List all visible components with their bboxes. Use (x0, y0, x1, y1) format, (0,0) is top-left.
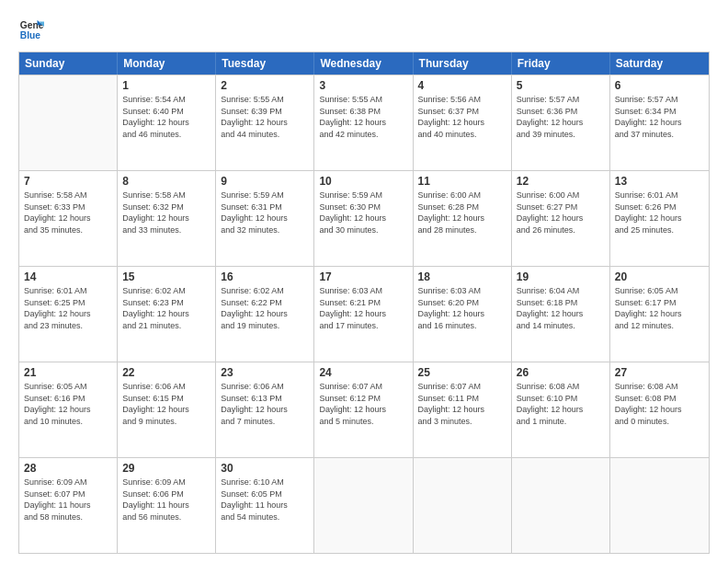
day-number: 7 (24, 175, 112, 188)
calendar-cell: 14Sunrise: 6:01 AM Sunset: 6:25 PM Dayli… (19, 267, 118, 362)
day-info: Sunrise: 5:55 AM Sunset: 6:38 PM Dayligh… (319, 94, 407, 140)
day-number: 5 (517, 79, 605, 92)
day-info: Sunrise: 6:01 AM Sunset: 6:26 PM Dayligh… (615, 190, 704, 236)
day-number: 1 (122, 79, 210, 92)
day-info: Sunrise: 5:55 AM Sunset: 6:39 PM Dayligh… (221, 94, 309, 140)
day-info: Sunrise: 6:03 AM Sunset: 6:20 PM Dayligh… (418, 285, 506, 331)
day-number: 14 (24, 270, 112, 283)
calendar-cell: 15Sunrise: 6:02 AM Sunset: 6:23 PM Dayli… (118, 267, 216, 362)
calendar: SundayMondayTuesdayWednesdayThursdayFrid… (18, 52, 710, 554)
calendar-cell: 11Sunrise: 6:00 AM Sunset: 6:28 PM Dayli… (414, 171, 512, 266)
calendar-cell: 30Sunrise: 6:10 AM Sunset: 6:05 PM Dayli… (216, 458, 314, 553)
day-info: Sunrise: 6:08 AM Sunset: 6:10 PM Dayligh… (517, 381, 605, 427)
day-number: 8 (122, 175, 210, 188)
calendar-cell: 1Sunrise: 5:54 AM Sunset: 6:40 PM Daylig… (118, 75, 216, 170)
svg-text:Blue: Blue (20, 30, 41, 40)
calendar-cell: 3Sunrise: 5:55 AM Sunset: 6:38 PM Daylig… (314, 75, 413, 170)
calendar-cell (512, 458, 610, 553)
calendar-cell: 26Sunrise: 6:08 AM Sunset: 6:10 PM Dayli… (512, 362, 610, 457)
day-number: 30 (221, 462, 309, 475)
day-number: 19 (517, 270, 605, 283)
day-number: 26 (517, 366, 605, 379)
calendar-cell: 21Sunrise: 6:05 AM Sunset: 6:16 PM Dayli… (19, 362, 118, 457)
day-number: 12 (517, 175, 605, 188)
calendar-cell (19, 75, 118, 170)
weekday-header: Thursday (414, 52, 512, 75)
day-info: Sunrise: 6:00 AM Sunset: 6:28 PM Dayligh… (418, 190, 506, 236)
weekday-header: Wednesday (314, 52, 413, 75)
calendar-cell (610, 458, 709, 553)
calendar-cell: 24Sunrise: 6:07 AM Sunset: 6:12 PM Dayli… (314, 362, 413, 457)
day-info: Sunrise: 5:57 AM Sunset: 6:34 PM Dayligh… (615, 94, 704, 140)
day-info: Sunrise: 6:09 AM Sunset: 6:06 PM Dayligh… (122, 477, 210, 523)
logo-icon: General Blue (18, 17, 44, 42)
calendar-cell: 18Sunrise: 6:03 AM Sunset: 6:20 PM Dayli… (414, 267, 512, 362)
weekday-header: Saturday (610, 52, 709, 75)
day-number: 22 (122, 366, 210, 379)
day-number: 10 (319, 175, 407, 188)
calendar-week-row: 1Sunrise: 5:54 AM Sunset: 6:40 PM Daylig… (19, 75, 709, 170)
day-number: 25 (418, 366, 506, 379)
day-number: 16 (221, 270, 309, 283)
day-number: 28 (24, 462, 112, 475)
day-info: Sunrise: 5:59 AM Sunset: 6:30 PM Dayligh… (319, 190, 407, 236)
day-info: Sunrise: 5:58 AM Sunset: 6:33 PM Dayligh… (24, 190, 112, 236)
day-number: 18 (418, 270, 506, 283)
calendar-week-row: 14Sunrise: 6:01 AM Sunset: 6:25 PM Dayli… (19, 266, 709, 362)
calendar-week-row: 21Sunrise: 6:05 AM Sunset: 6:16 PM Dayli… (19, 362, 709, 457)
day-info: Sunrise: 6:10 AM Sunset: 6:05 PM Dayligh… (221, 477, 309, 523)
calendar-cell: 13Sunrise: 6:01 AM Sunset: 6:26 PM Dayli… (610, 171, 709, 266)
day-info: Sunrise: 6:02 AM Sunset: 6:23 PM Dayligh… (122, 285, 210, 331)
calendar-cell: 8Sunrise: 5:58 AM Sunset: 6:32 PM Daylig… (118, 171, 216, 266)
calendar-cell: 27Sunrise: 6:08 AM Sunset: 6:08 PM Dayli… (610, 362, 709, 457)
calendar-cell: 10Sunrise: 5:59 AM Sunset: 6:30 PM Dayli… (314, 171, 413, 266)
day-info: Sunrise: 5:59 AM Sunset: 6:31 PM Dayligh… (221, 190, 309, 236)
day-number: 29 (122, 462, 210, 475)
day-number: 15 (122, 270, 210, 283)
calendar-cell: 19Sunrise: 6:04 AM Sunset: 6:18 PM Dayli… (512, 267, 610, 362)
day-info: Sunrise: 5:58 AM Sunset: 6:32 PM Dayligh… (122, 190, 210, 236)
calendar-cell: 25Sunrise: 6:07 AM Sunset: 6:11 PM Dayli… (414, 362, 512, 457)
calendar-cell: 2Sunrise: 5:55 AM Sunset: 6:39 PM Daylig… (216, 75, 314, 170)
day-info: Sunrise: 6:05 AM Sunset: 6:17 PM Dayligh… (615, 285, 704, 331)
calendar-cell: 7Sunrise: 5:58 AM Sunset: 6:33 PM Daylig… (19, 171, 118, 266)
calendar-cell: 28Sunrise: 6:09 AM Sunset: 6:07 PM Dayli… (19, 458, 118, 553)
day-info: Sunrise: 6:01 AM Sunset: 6:25 PM Dayligh… (24, 285, 112, 331)
day-info: Sunrise: 5:57 AM Sunset: 6:36 PM Dayligh… (517, 94, 605, 140)
weekday-header: Monday (118, 52, 216, 75)
day-info: Sunrise: 6:07 AM Sunset: 6:11 PM Dayligh… (418, 381, 506, 427)
weekday-header: Tuesday (216, 52, 314, 75)
day-number: 13 (615, 175, 704, 188)
day-info: Sunrise: 6:03 AM Sunset: 6:21 PM Dayligh… (319, 285, 407, 331)
day-info: Sunrise: 6:07 AM Sunset: 6:12 PM Dayligh… (319, 381, 407, 427)
page: General Blue SundayMondayTuesdayWednesda… (0, 0, 728, 563)
calendar-cell: 17Sunrise: 6:03 AM Sunset: 6:21 PM Dayli… (314, 267, 413, 362)
calendar-cell: 23Sunrise: 6:06 AM Sunset: 6:13 PM Dayli… (216, 362, 314, 457)
day-info: Sunrise: 6:08 AM Sunset: 6:08 PM Dayligh… (615, 381, 704, 427)
day-info: Sunrise: 6:00 AM Sunset: 6:27 PM Dayligh… (517, 190, 605, 236)
calendar-cell (414, 458, 512, 553)
day-info: Sunrise: 6:04 AM Sunset: 6:18 PM Dayligh… (517, 285, 605, 331)
weekday-header: Sunday (19, 52, 118, 75)
calendar-cell: 5Sunrise: 5:57 AM Sunset: 6:36 PM Daylig… (512, 75, 610, 170)
day-number: 17 (319, 270, 407, 283)
calendar-cell: 22Sunrise: 6:06 AM Sunset: 6:15 PM Dayli… (118, 362, 216, 457)
header: General Blue (18, 17, 710, 42)
calendar-cell: 20Sunrise: 6:05 AM Sunset: 6:17 PM Dayli… (610, 267, 709, 362)
day-info: Sunrise: 5:54 AM Sunset: 6:40 PM Dayligh… (122, 94, 210, 140)
calendar-week-row: 7Sunrise: 5:58 AM Sunset: 6:33 PM Daylig… (19, 170, 709, 266)
day-number: 24 (319, 366, 407, 379)
weekday-header: Friday (512, 52, 610, 75)
calendar-cell: 4Sunrise: 5:56 AM Sunset: 6:37 PM Daylig… (414, 75, 512, 170)
day-info: Sunrise: 5:56 AM Sunset: 6:37 PM Dayligh… (418, 94, 506, 140)
day-number: 9 (221, 175, 309, 188)
calendar-cell: 16Sunrise: 6:02 AM Sunset: 6:22 PM Dayli… (216, 267, 314, 362)
calendar-cell (314, 458, 413, 553)
logo: General Blue (18, 17, 48, 42)
day-info: Sunrise: 6:09 AM Sunset: 6:07 PM Dayligh… (24, 477, 112, 523)
day-number: 6 (615, 79, 704, 92)
day-number: 3 (319, 79, 407, 92)
day-info: Sunrise: 6:05 AM Sunset: 6:16 PM Dayligh… (24, 381, 112, 427)
day-info: Sunrise: 6:06 AM Sunset: 6:13 PM Dayligh… (221, 381, 309, 427)
calendar-cell: 9Sunrise: 5:59 AM Sunset: 6:31 PM Daylig… (216, 171, 314, 266)
